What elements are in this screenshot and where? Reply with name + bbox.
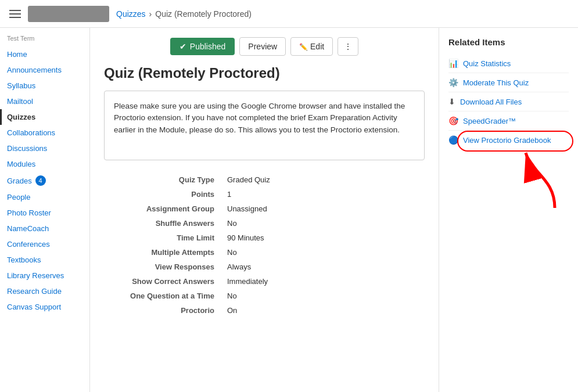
sidebar-item-library-reserves[interactable]: Library Reserves <box>0 268 89 283</box>
detail-label: One Question at a Time <box>105 289 221 303</box>
detail-value: No <box>222 289 423 303</box>
more-icon: ⋮ <box>344 42 352 51</box>
sidebar-item-grades[interactable]: Grades4 <box>0 172 89 189</box>
sidebar-item-modules[interactable]: Modules <box>0 156 89 172</box>
sidebar-item-textbooks[interactable]: Textbooks <box>0 252 89 268</box>
sidebar-item-label: Announcements <box>7 66 62 74</box>
related-item-label: Moderate This Quiz <box>463 78 529 87</box>
sidebar-item-label: Quizzes <box>7 113 35 121</box>
sidebar-item-label: Grades <box>7 177 32 185</box>
sidebar-item-label: Modules <box>7 160 35 168</box>
edit-label: Edit <box>310 42 324 51</box>
hamburger-menu[interactable] <box>9 10 21 18</box>
sidebar-item-label: Research Guide <box>7 287 62 296</box>
detail-value: No <box>222 246 423 259</box>
related-item-view-proctorio-gradebook[interactable]: 🔵View Proctorio Gradebook <box>448 131 569 149</box>
related-item-moderate-this-quiz[interactable]: ⚙️Moderate This Quiz <box>448 73 569 92</box>
sidebar-item-label: Conferences <box>7 240 50 249</box>
sidebar-item-collaborations[interactable]: Collaborations <box>0 125 89 141</box>
related-item-speedgrader™[interactable]: 🎯SpeedGrader™ <box>448 112 569 131</box>
sidebar-item-label: Discussions <box>7 144 47 153</box>
detail-label: View Responses <box>105 260 221 274</box>
table-row: Show Correct AnswersImmediately <box>105 275 423 288</box>
detail-label: Time Limit <box>105 231 221 244</box>
sidebar-item-home[interactable]: Home <box>0 46 89 62</box>
sidebar-item-people[interactable]: People <box>0 189 89 205</box>
sidebar-item-quizzes[interactable]: Quizzes <box>0 109 89 125</box>
related-items-title: Related Items <box>448 37 569 47</box>
sidebar: Test Term HomeAnnouncementsSyllabusMailt… <box>0 28 90 392</box>
related-item-label: Quiz Statistics <box>463 59 511 68</box>
course-name-box <box>28 6 109 22</box>
preview-label: Preview <box>248 42 277 51</box>
annotation-arrow <box>508 144 566 214</box>
sidebar-term: Test Term <box>0 33 89 46</box>
table-row: Points1 <box>105 188 423 201</box>
quiz-details-table: Quiz TypeGraded QuizPoints1Assignment Gr… <box>104 172 425 318</box>
sidebar-item-conferences[interactable]: Conferences <box>0 236 89 252</box>
sidebar-item-label: Mailtool <box>7 97 33 106</box>
detail-label: Show Correct Answers <box>105 275 221 288</box>
check-icon: ✔ <box>179 42 186 51</box>
main-layout: Test Term HomeAnnouncementsSyllabusMailt… <box>0 28 578 392</box>
related-item-label: SpeedGrader™ <box>463 117 516 125</box>
quiz-title: Quiz (Remotely Proctored) <box>104 65 425 81</box>
detail-value: On <box>222 304 423 317</box>
related-item-icon: ⬇ <box>448 97 455 106</box>
sidebar-item-label: Library Reserves <box>7 271 64 280</box>
related-item-icon: 📊 <box>448 59 458 68</box>
sidebar-item-label: NameCoach <box>7 224 49 233</box>
detail-label: Assignment Group <box>105 202 221 215</box>
right-sidebar: Related Items 📊Quiz Statistics⚙️Moderate… <box>439 28 578 392</box>
detail-value: Graded Quiz <box>222 173 423 186</box>
toolbar: ✔ Published Preview ✏️ Edit ⋮ <box>104 37 425 56</box>
table-row: Quiz TypeGraded Quiz <box>105 173 423 186</box>
sidebar-item-photo-roster[interactable]: Photo Roster <box>0 205 89 221</box>
related-item-download-all-files[interactable]: ⬇Download All Files <box>448 92 569 112</box>
breadcrumb-current: Quiz (Remotely Proctored) <box>155 9 252 19</box>
edit-icon: ✏️ <box>299 43 308 51</box>
breadcrumb-quizzes[interactable]: Quizzes <box>116 9 146 19</box>
detail-value: 1 <box>222 188 423 201</box>
sidebar-item-discussions[interactable]: Discussions <box>0 141 89 156</box>
table-row: Shuffle AnswersNo <box>105 217 423 230</box>
sidebar-item-canvas-support[interactable]: Canvas Support <box>0 299 89 315</box>
sidebar-item-label: Textbooks <box>7 256 41 264</box>
sidebar-item-label: Home <box>7 50 27 59</box>
detail-label: Multiple Attempts <box>105 246 221 259</box>
related-item-label: View Proctorio Gradebook <box>463 136 551 145</box>
preview-button[interactable]: Preview <box>239 37 286 56</box>
detail-value: Unassigned <box>222 202 423 215</box>
sidebar-badge: 4 <box>35 175 46 186</box>
detail-value: Always <box>222 260 423 274</box>
sidebar-item-research-guide[interactable]: Research Guide <box>0 283 89 299</box>
detail-value: Immediately <box>222 275 423 288</box>
sidebar-item-announcements[interactable]: Announcements <box>0 62 89 78</box>
detail-label: Points <box>105 188 221 201</box>
sidebar-item-namecoach[interactable]: NameCoach <box>0 221 89 236</box>
edit-button[interactable]: ✏️ Edit <box>290 37 333 56</box>
related-item-icon: ⚙️ <box>448 78 458 87</box>
more-button[interactable]: ⋮ <box>338 37 358 56</box>
related-item-quiz-statistics[interactable]: 📊Quiz Statistics <box>448 54 569 73</box>
quiz-description: Please make sure you are using the Googl… <box>104 91 425 160</box>
sidebar-item-mailtool[interactable]: Mailtool <box>0 93 89 109</box>
published-label: Published <box>190 42 226 51</box>
main-content: ✔ Published Preview ✏️ Edit ⋮ Quiz (Remo… <box>90 28 439 392</box>
related-item-icon: 🎯 <box>448 116 458 125</box>
published-button[interactable]: ✔ Published <box>170 38 235 55</box>
table-row: Assignment GroupUnassigned <box>105 202 423 215</box>
detail-value: No <box>222 217 423 230</box>
table-row: View ResponsesAlways <box>105 260 423 274</box>
related-item-label: Download All Files <box>460 98 522 106</box>
sidebar-item-syllabus[interactable]: Syllabus <box>0 78 89 93</box>
breadcrumb-separator: › <box>149 9 152 19</box>
related-items-list: 📊Quiz Statistics⚙️Moderate This Quiz⬇Dow… <box>448 54 569 149</box>
detail-label: Shuffle Answers <box>105 217 221 230</box>
sidebar-item-label: People <box>7 193 30 202</box>
top-bar: Quizzes › Quiz (Remotely Proctored) <box>0 0 578 28</box>
detail-value: 90 Minutes <box>222 231 423 244</box>
table-row: Time Limit90 Minutes <box>105 231 423 244</box>
sidebar-item-label: Collaborations <box>7 128 55 137</box>
sidebar-item-label: Canvas Support <box>7 303 61 311</box>
